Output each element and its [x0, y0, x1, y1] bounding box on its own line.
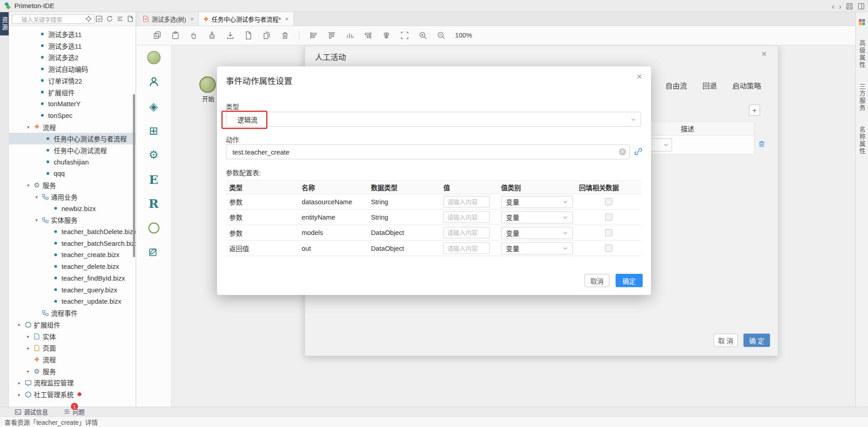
expand-down-icon[interactable]: ▾ — [25, 182, 31, 188]
palette-rule-node[interactable]: R — [146, 197, 161, 211]
expand-down-icon[interactable]: ▾ — [25, 124, 31, 130]
export-icon[interactable] — [226, 31, 235, 40]
tree-item[interactable]: teacher_update.bizx — [9, 296, 136, 307]
value-input[interactable] — [443, 211, 490, 223]
debug-info-tab[interactable]: 调试信息 — [14, 407, 48, 416]
locate-icon[interactable] — [85, 15, 92, 22]
zoom-in-icon[interactable] — [419, 31, 428, 40]
palette-event-node[interactable]: E — [146, 172, 161, 187]
tree-item[interactable]: ▸⚙服务 — [9, 365, 136, 377]
rail-tab-name-props[interactable]: 名称属性 — [858, 126, 867, 155]
tree-item[interactable]: ▾⚙服务 — [9, 179, 136, 191]
value-category-select[interactable]: 变量 — [501, 211, 573, 223]
value-input[interactable] — [443, 227, 490, 239]
tree-item[interactable]: ▸社工管理系统 — [9, 389, 136, 400]
tree-item[interactable]: ▾实体服务 — [9, 214, 136, 226]
tab-rollback[interactable]: 回退 — [703, 80, 717, 91]
tree-item[interactable]: 测试多选11 — [9, 40, 136, 52]
tree-item[interactable]: 任务中心测试流程 — [9, 145, 136, 156]
expand-right-icon[interactable]: ▸ — [25, 368, 31, 374]
search-input[interactable] — [12, 14, 95, 24]
nav-forward-icon[interactable]: › — [839, 0, 842, 12]
value-category-select[interactable]: 变量 — [501, 226, 573, 239]
backfill-checkbox[interactable] — [605, 214, 612, 221]
palette-start-node[interactable] — [146, 50, 161, 65]
tab-task-center-flow[interactable]: ❖ 任务中心测试参与者流程* × — [199, 12, 294, 25]
tree-item[interactable]: ▸扩展组件 — [9, 319, 136, 330]
tree-item[interactable]: teacher_delete.bizx — [9, 261, 136, 272]
expand-right-icon[interactable]: ▸ — [17, 322, 22, 327]
tree-item[interactable]: ❖流程 — [9, 353, 136, 365]
align-center-icon[interactable] — [382, 31, 391, 40]
refresh-icon[interactable] — [106, 15, 113, 22]
close-tab-icon[interactable]: × — [190, 15, 194, 23]
cancel-button[interactable]: 取消 — [585, 274, 609, 287]
palette-manual-activity[interactable] — [146, 75, 161, 89]
palette-decision-node[interactable]: ◈ — [146, 99, 161, 113]
tree-item[interactable]: 任务中心测试参与者流程 — [9, 133, 136, 145]
tree-item[interactable]: chufashijian — [9, 156, 136, 168]
save-icon[interactable] — [846, 3, 853, 10]
tree-item[interactable]: newbiz.bizx — [9, 202, 136, 214]
tree-item[interactable]: 测试多选2 — [9, 52, 136, 63]
tree-item[interactable]: teacher_batchSearch.bizx — [9, 237, 136, 249]
tree-item[interactable]: teacher_findById.bizx — [9, 272, 136, 284]
tree-item[interactable]: ▾❖流程 — [9, 121, 136, 133]
expand-right-icon[interactable]: ▸ — [25, 333, 31, 339]
tab-test-multiselect[interactable]: 测试多选(树) × — [138, 12, 199, 25]
tree-item[interactable]: 流程事件 — [9, 307, 136, 319]
tree-item[interactable]: tonSpec — [9, 109, 136, 121]
expand-right-icon[interactable]: ▸ — [17, 391, 22, 397]
duplicate-icon[interactable] — [262, 31, 271, 40]
distribute-icon[interactable] — [345, 31, 354, 40]
tree-item[interactable]: 扩展组件 — [9, 86, 136, 98]
tree-item[interactable]: ▸流程监控管理 — [9, 377, 136, 389]
expand-right-icon[interactable]: ▸ — [17, 380, 22, 385]
file-icon[interactable] — [244, 31, 253, 40]
delete-icon[interactable] — [281, 31, 290, 40]
rail-tab-third-party[interactable]: 三方服务 — [858, 83, 867, 112]
backfill-checkbox[interactable] — [605, 229, 612, 236]
palette-end-node[interactable] — [146, 221, 161, 235]
align-top-icon[interactable] — [327, 31, 336, 40]
confirm-button[interactable]: 确 定 — [743, 333, 770, 347]
action-input[interactable] — [226, 145, 630, 160]
palette-subflow-node[interactable]: ⊞ — [146, 123, 161, 138]
tab-free-flow[interactable]: 自由流 — [665, 80, 687, 91]
value-input[interactable] — [443, 196, 490, 207]
layout-icon[interactable] — [858, 3, 865, 10]
backfill-checkbox[interactable] — [605, 244, 612, 252]
link-action-icon[interactable] — [634, 147, 643, 156]
close-icon[interactable]: × — [637, 71, 642, 82]
tree-item[interactable]: teacher_create.bizx — [9, 249, 136, 261]
panel-grid-icon[interactable] — [859, 19, 865, 26]
rail-tab-advanced-props[interactable]: 高级属性 — [858, 40, 867, 69]
palette-auto-activity[interactable]: ⚙ — [146, 148, 161, 162]
add-row-button[interactable]: + — [749, 104, 760, 115]
value-category-select[interactable]: 变量 — [501, 196, 573, 208]
stamp-icon[interactable] — [208, 31, 217, 40]
align-right-icon[interactable] — [363, 31, 373, 40]
palette-edit-node[interactable] — [146, 245, 161, 259]
zoom-out-icon[interactable] — [437, 31, 446, 40]
collapse-all-icon[interactable] — [117, 15, 123, 22]
confirm-button[interactable]: 确定 — [616, 274, 643, 287]
cancel-button[interactable]: 取 消 — [713, 333, 738, 347]
tree-item[interactable]: ▸页面 — [9, 342, 136, 354]
tree-item[interactable]: 订单详情22 — [9, 75, 136, 86]
type-select[interactable]: 逻辑流 — [226, 112, 641, 127]
clear-input-icon[interactable]: × — [619, 148, 626, 155]
paste-icon[interactable] — [171, 31, 180, 40]
new-file-icon[interactable] — [127, 15, 133, 22]
tree-item[interactable]: qqq — [9, 168, 136, 179]
row-delete-icon[interactable] — [758, 140, 765, 148]
copy-icon[interactable] — [153, 31, 162, 40]
fit-screen-icon[interactable] — [400, 31, 409, 40]
align-left-icon[interactable] — [309, 31, 318, 40]
tree-item[interactable]: 测试自动编码 — [9, 63, 136, 75]
sidebar-scrollbar[interactable] — [133, 94, 135, 257]
expand-down-icon[interactable]: ▾ — [34, 194, 39, 199]
select-mode-icon[interactable] — [96, 15, 103, 22]
start-node[interactable] — [199, 76, 216, 93]
tab-start-strategy[interactable]: 启动策略 — [732, 80, 761, 91]
